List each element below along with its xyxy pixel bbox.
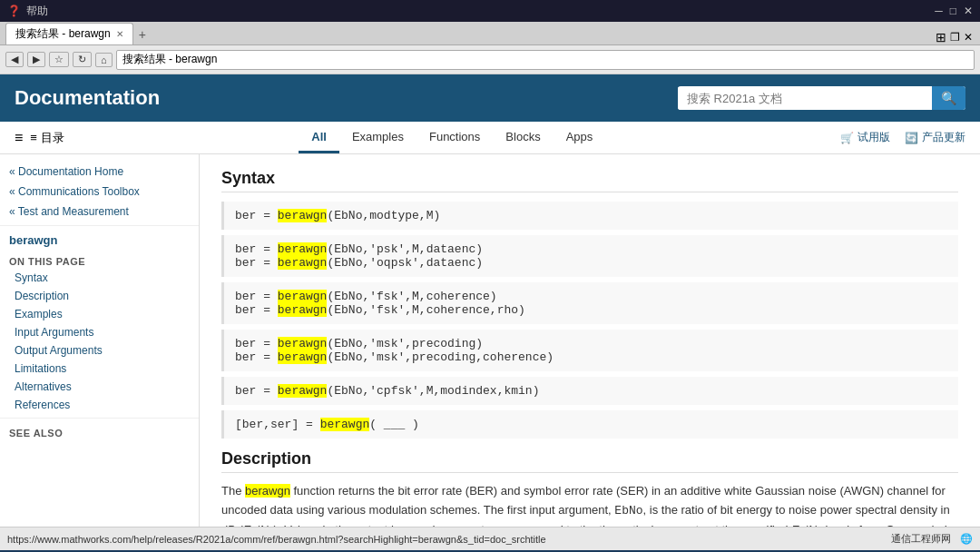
sidebar-divider-1 bbox=[0, 225, 199, 226]
status-bar: https://www.mathworks.com/help/releases/… bbox=[0, 527, 980, 550]
tab-label: 搜索结果 - berawgn bbox=[15, 26, 111, 42]
sidebar-see-also-title: See Also bbox=[0, 422, 199, 440]
status-site: 通信工程师网 bbox=[891, 532, 951, 546]
close-window-icon[interactable]: ✕ bbox=[964, 31, 973, 44]
syntax-line-5: ber = berawgn(EbNo,'cpfsk',M,modindex,km… bbox=[221, 377, 958, 405]
syntax-line-3: ber = berawgn(EbNo,'fsk',M,coherence) be… bbox=[221, 282, 958, 324]
minimize-button[interactable]: ─ bbox=[935, 5, 943, 17]
search-input[interactable] bbox=[678, 87, 932, 110]
sidebar-section-title: ON THIS PAGE bbox=[0, 251, 199, 269]
main-layout: « Documentation Home « Communications To… bbox=[0, 154, 980, 527]
new-tab-button[interactable]: + bbox=[133, 25, 152, 44]
grid-icon[interactable]: ⊞ bbox=[936, 30, 946, 44]
menu-label[interactable]: ≡ 目录 bbox=[30, 130, 64, 146]
sidebar-sub-references[interactable]: References bbox=[0, 396, 199, 414]
title-bar-controls[interactable]: ─ □ ✕ bbox=[935, 5, 973, 17]
sidebar-divider-2 bbox=[0, 418, 199, 419]
sidebar-item-doc-home[interactable]: « Documentation Home bbox=[0, 162, 199, 182]
sidebar-sub-syntax[interactable]: Syntax bbox=[0, 269, 199, 287]
sidebar-current-page: berawgn bbox=[0, 230, 199, 251]
star-button[interactable]: ☆ bbox=[49, 52, 69, 67]
status-right: 通信工程师网 🌐 bbox=[891, 532, 973, 546]
syntax-line-2: ber = berawgn(EbNo,'psk',M,dataenc) ber … bbox=[221, 235, 958, 277]
sidebar-sub-output-args[interactable]: Output Arguments bbox=[0, 341, 199, 360]
tab-actions: 🛒 试用版 🔄 产品更新 bbox=[840, 130, 965, 145]
update-action[interactable]: 🔄 产品更新 bbox=[905, 130, 965, 145]
forward-button[interactable]: ▶ bbox=[27, 52, 45, 67]
syntax-heading: Syntax bbox=[221, 169, 958, 192]
tab-functions[interactable]: Functions bbox=[416, 123, 493, 153]
content-tabs: All Examples Functions Blocks Apps bbox=[299, 123, 605, 153]
refresh-button[interactable]: ↻ bbox=[73, 52, 92, 67]
search-box[interactable]: 🔍 bbox=[678, 86, 965, 110]
trial-action[interactable]: 🛒 试用版 bbox=[840, 130, 890, 145]
network-icon: 🌐 bbox=[960, 533, 973, 545]
title-bar: ❓ 帮助 ─ □ ✕ bbox=[0, 0, 980, 22]
sidebar-sub-limitations[interactable]: Limitations bbox=[0, 360, 199, 378]
sidebar-sub-input-args[interactable]: Input Arguments bbox=[0, 323, 199, 341]
content-area: Syntax ber = berawgn(EbNo,modtype,M) ber… bbox=[200, 154, 980, 527]
sidebar-sub-description[interactable]: Description bbox=[0, 287, 199, 305]
title-bar-icon: ❓ bbox=[7, 5, 21, 17]
description-heading: Description bbox=[221, 449, 958, 473]
sidebar: « Documentation Home « Communications To… bbox=[0, 154, 200, 527]
close-button[interactable]: ✕ bbox=[964, 5, 973, 17]
address-bar[interactable] bbox=[116, 50, 975, 70]
search-button[interactable]: 🔍 bbox=[932, 86, 965, 110]
tab-all[interactable]: All bbox=[299, 123, 339, 153]
title-bar-left: ❓ 帮助 bbox=[7, 4, 48, 19]
maximize-button[interactable]: □ bbox=[950, 5, 956, 17]
doc-title: Documentation bbox=[15, 86, 160, 110]
content-tabs-bar: ≡ ≡ 目录 All Examples Functions Blocks App… bbox=[0, 122, 980, 154]
status-url: https://www.mathworks.com/help/releases/… bbox=[7, 534, 546, 545]
sidebar-sub-examples[interactable]: Examples bbox=[0, 305, 199, 323]
home-button[interactable]: ⌂ bbox=[95, 53, 113, 67]
tab-examples[interactable]: Examples bbox=[339, 123, 416, 153]
menu-icon[interactable]: ≡ bbox=[15, 130, 23, 146]
sidebar-item-comms-toolbox[interactable]: « Communications Toolbox bbox=[0, 182, 199, 202]
highlight-berawgn-1: berawgn bbox=[245, 484, 290, 498]
tab-bar: 搜索结果 - berawgn ✕ + ⊞ ❐ ✕ bbox=[0, 22, 980, 45]
sidebar-item-test-measurement[interactable]: « Test and Measurement bbox=[0, 202, 199, 222]
doc-header: Documentation 🔍 bbox=[0, 74, 980, 122]
syntax-line-6: [ber,ser] = berawgn( ___ ) bbox=[221, 410, 958, 439]
back-button[interactable]: ◀ bbox=[5, 52, 24, 67]
restore-icon[interactable]: ❐ bbox=[950, 31, 960, 44]
sidebar-sub-alternatives[interactable]: Alternatives bbox=[0, 378, 199, 396]
tab-blocks[interactable]: Blocks bbox=[493, 123, 553, 153]
browser-toolbar: ◀ ▶ ☆ ↻ ⌂ bbox=[0, 45, 980, 74]
title-bar-title: 帮助 bbox=[26, 4, 48, 19]
syntax-line-4: ber = berawgn(EbNo,'msk',precoding) ber … bbox=[221, 330, 958, 371]
description-para-1: The berawgn function returns the bit err… bbox=[221, 482, 958, 527]
tab-close-button[interactable]: ✕ bbox=[116, 29, 123, 39]
tab-apps[interactable]: Apps bbox=[554, 123, 606, 153]
syntax-line-1: ber = berawgn(EbNo,modtype,M) bbox=[221, 202, 958, 230]
browser-tab-active[interactable]: 搜索结果 - berawgn ✕ bbox=[5, 23, 133, 44]
